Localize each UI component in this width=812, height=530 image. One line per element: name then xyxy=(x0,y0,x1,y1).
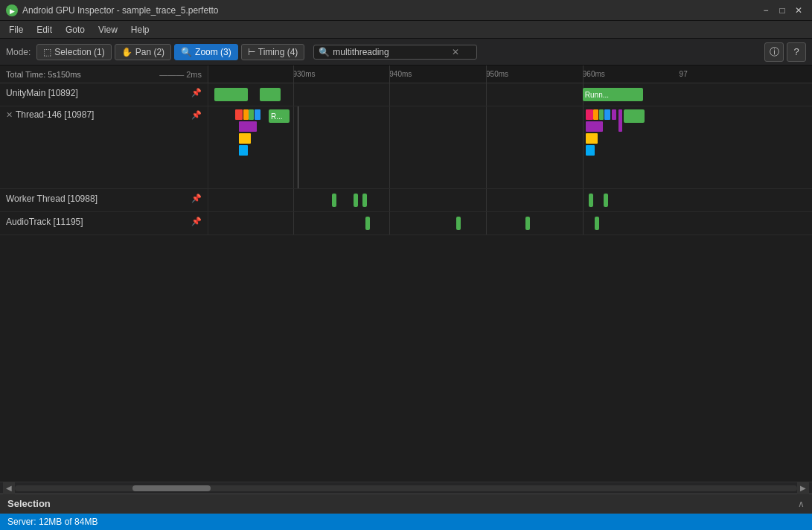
mode-label: Mode: xyxy=(6,47,31,57)
minimize-button[interactable]: − xyxy=(758,3,773,18)
t146-bar-960-4 xyxy=(604,109,610,120)
vline-worker-2 xyxy=(389,189,390,211)
svg-text:▶: ▶ xyxy=(10,7,15,15)
selection-title: Selection xyxy=(7,498,51,509)
tick-940ms: 940ms xyxy=(389,70,412,78)
vline-track2-4 xyxy=(583,106,584,188)
vline-audio-2 xyxy=(389,212,390,234)
t146-bar-2 xyxy=(243,109,248,120)
close-button[interactable]: ✕ xyxy=(791,3,806,18)
worker-bar-1 xyxy=(332,194,336,207)
maximize-button[interactable]: □ xyxy=(775,3,790,18)
track-thread-146: ✕ Thread-146 [10987] 📌 R... xyxy=(0,106,812,189)
audio-track-label: AudioTrack [11195] xyxy=(6,217,188,227)
track-canvas-unity-main[interactable]: Runn... xyxy=(208,83,812,106)
track-canvas-worker[interactable] xyxy=(208,189,812,211)
track-name-thread-146: ✕ Thread-146 [10987] 📌 xyxy=(0,106,208,188)
app-icon: ▶ xyxy=(6,4,18,16)
vline-track1-3 xyxy=(486,83,487,106)
mode-zoom-button[interactable]: 🔍 Zoom (3) xyxy=(174,44,238,60)
menu-bar: File Edit Goto View Help xyxy=(0,21,812,39)
selection-header[interactable]: Selection ∧ xyxy=(0,494,812,514)
app-title: Android GPU Inspector - sample_trace_5.p… xyxy=(22,5,754,16)
search-clear-button[interactable]: ✕ xyxy=(452,47,459,57)
mode-pan-button[interactable]: ✋ Pan (2) xyxy=(115,44,171,60)
status-bar: Server: 12MB of 84MB xyxy=(0,514,812,530)
audio-bar-2 xyxy=(456,217,461,230)
pin-icon-thread146[interactable]: 📌 xyxy=(191,110,202,120)
t146-bar-960-3 xyxy=(599,109,604,120)
menu-file[interactable]: File xyxy=(3,23,29,36)
t146-purple-1 xyxy=(239,121,257,132)
scroll-left-button[interactable]: ◀ xyxy=(3,482,15,494)
ruler-scale: 930ms 940ms 950ms 960ms 97 xyxy=(208,66,812,83)
pin-icon-worker[interactable]: 📌 xyxy=(191,194,202,203)
total-time-label: Total Time: 5s150ms ——— 2ms xyxy=(0,66,208,83)
t146-r-bar: R... xyxy=(269,109,290,123)
worker-bar-3 xyxy=(362,194,367,207)
track-name-unity-main: UnityMain [10892] 📌 xyxy=(0,83,208,106)
pin-icon-audio[interactable]: 📌 xyxy=(191,217,202,226)
track-canvas-thread-146[interactable]: R... xyxy=(208,106,812,188)
selection-panel: Selection ∧ xyxy=(0,494,812,514)
menu-view[interactable]: View xyxy=(92,23,124,36)
t146-yellow-2 xyxy=(586,133,598,144)
vline-worker-1 xyxy=(293,189,294,211)
track-canvas-audio[interactable] xyxy=(208,212,812,234)
vline-track1-2 xyxy=(389,83,390,106)
worker-bar-4 xyxy=(589,194,593,207)
tick-930ms: 930ms xyxy=(293,70,316,78)
vline-worker-4 xyxy=(583,189,584,211)
help-buttons: ⓘ ? xyxy=(764,42,806,62)
timing-icon: ⊢ xyxy=(248,47,255,57)
t146-bar-4 xyxy=(255,109,260,120)
menu-goto[interactable]: Goto xyxy=(60,23,91,36)
t146-bar-960-1 xyxy=(586,109,593,120)
unity-main-label: UnityMain [10892] xyxy=(6,88,188,98)
menu-edit[interactable]: Edit xyxy=(31,23,58,36)
vline-audio-4 xyxy=(583,212,584,234)
unity-event-2 xyxy=(260,88,281,101)
audio-bar-4 xyxy=(595,217,599,230)
menu-help[interactable]: Help xyxy=(125,23,156,36)
worker-bar-2 xyxy=(354,194,358,207)
scrollbar-track[interactable] xyxy=(15,485,797,491)
t146-timeline-marker xyxy=(298,106,298,188)
thread-146-close-icon[interactable]: ✕ xyxy=(6,110,13,120)
zoom-label: Zoom (3) xyxy=(195,47,231,57)
info-button[interactable]: ⓘ xyxy=(764,42,784,62)
scroll-right-button[interactable]: ▶ xyxy=(797,482,809,494)
pin-icon-unity[interactable]: 📌 xyxy=(191,88,202,98)
vline-audio-3 xyxy=(486,212,487,234)
vline-track2-3 xyxy=(486,106,487,188)
track-audio: AudioTrack [11195] 📌 xyxy=(0,212,812,235)
vline-track1-1 xyxy=(293,83,294,106)
t146-green-bar2 xyxy=(624,109,645,123)
t146-cyan-2 xyxy=(586,145,595,156)
timing-label: Timing (4) xyxy=(258,47,298,57)
scale-label: ——— 2ms xyxy=(159,70,202,79)
t146-bar-3 xyxy=(249,109,253,120)
timeline-header: Total Time: 5s150ms ——— 2ms 930ms 940ms … xyxy=(0,66,812,83)
vline-worker-3 xyxy=(486,189,487,211)
selection-chevron: ∧ xyxy=(798,499,805,509)
thread-146-label: Thread-146 [10987] xyxy=(16,109,94,120)
t146-bar-1 xyxy=(235,109,243,120)
unity-event-1 xyxy=(214,88,248,101)
zoom-icon: 🔍 xyxy=(181,47,192,57)
audio-bar-3 xyxy=(525,217,530,230)
total-time-text: Total Time: 5s150ms xyxy=(6,70,81,79)
mode-timing-button[interactable]: ⊢ Timing (4) xyxy=(241,44,305,60)
unity-event-runn: Runn... xyxy=(583,88,643,101)
help-button[interactable]: ? xyxy=(787,42,806,62)
search-input[interactable] xyxy=(333,47,452,57)
empty-tracks-area xyxy=(0,235,812,482)
tick-950ms: 950ms xyxy=(486,70,508,78)
worker-thread-label: Worker Thread [10988] xyxy=(6,194,188,204)
scrollbar-thumb[interactable] xyxy=(132,485,211,491)
track-name-audio: AudioTrack [11195] 📌 xyxy=(0,212,208,234)
vline-audio-1 xyxy=(293,212,294,234)
selection-label: Selection (1) xyxy=(54,47,104,57)
thread-146-header: ✕ Thread-146 [10987] 📌 xyxy=(6,109,202,120)
mode-selection-button[interactable]: ⬚ Selection (1) xyxy=(36,44,111,60)
